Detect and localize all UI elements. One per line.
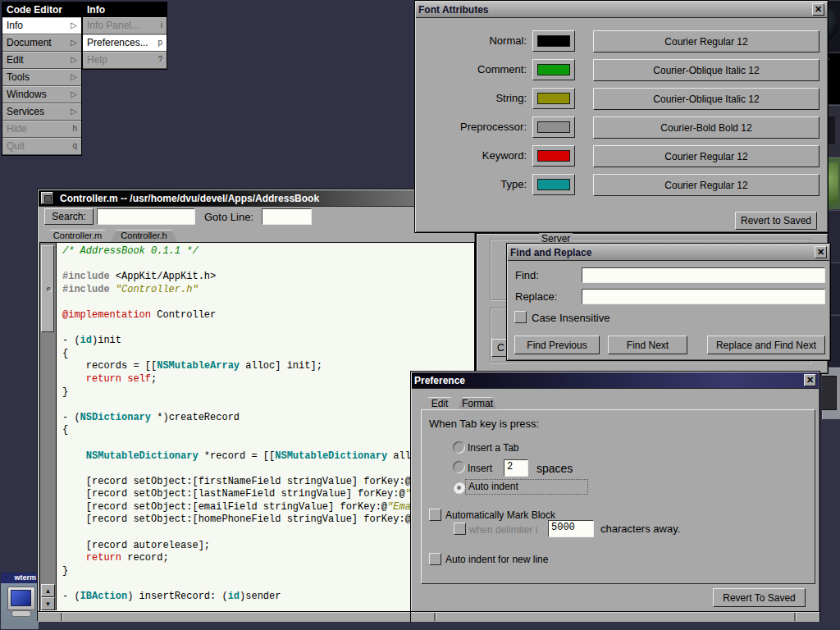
find-replace-title: Find and Replace (510, 247, 591, 258)
code-line (62, 258, 474, 272)
menu-item-quit[interactable]: Quitq (2, 138, 81, 155)
menu-item-services[interactable]: Services▷ (2, 103, 81, 121)
search-input[interactable] (97, 208, 195, 225)
submenu-items: Info Panel...iPreferences...pHelp? (83, 17, 167, 69)
menu-item-info[interactable]: Info▷ (2, 17, 81, 34)
find-previous-button[interactable]: Find Previous (514, 336, 600, 354)
font-select-button[interactable]: Courier-Oblique Italic 12 (593, 59, 819, 81)
shortcut-key: h (72, 121, 77, 137)
replace-and-find-next-button[interactable]: Replace and Find Next (707, 336, 825, 354)
color-swatch-button[interactable] (532, 116, 575, 138)
font-select-button[interactable]: Courier-Bold Bold 12 (593, 116, 819, 139)
submenu-title: Info (83, 2, 167, 17)
dock-tile-7[interactable] (822, 368, 840, 419)
delimiter-count-input[interactable]: 5000 (548, 520, 594, 537)
miniwindow-wterm[interactable]: wterm (0, 572, 39, 630)
find-replace-window: Find and Replace ✕ Find: Replace: Case I… (506, 243, 831, 361)
vertical-scrollbar[interactable]: ▲ ▼ (40, 243, 57, 610)
menu-item-windows[interactable]: Windows▷ (2, 86, 81, 103)
scroll-up-arrow[interactable]: ▲ (41, 584, 55, 597)
attr-label: Keyword: (415, 149, 527, 162)
auto-indent-newline-label: Auto indent for new line (445, 554, 548, 565)
code-line: #include "Controller.h" (62, 284, 474, 297)
shortcut-key: i (161, 18, 162, 34)
submenu-arrow-icon: ▷ (71, 70, 77, 85)
font-attributes-window: Font Attributes ✕ Normal:Courier Regular… (414, 0, 829, 233)
menu-item-tools[interactable]: Tools▷ (2, 69, 81, 86)
scroll-down-arrow[interactable]: ▼ (41, 597, 55, 610)
replace-input[interactable] (582, 289, 825, 304)
menu-item-info-panel[interactable]: Info Panel...i (83, 17, 167, 34)
mark-block-checkbox[interactable] (429, 509, 441, 521)
radio-insert-spaces-label: Insert (468, 463, 492, 474)
find-next-button[interactable]: Find Next (608, 336, 687, 354)
color-swatch (537, 179, 570, 190)
attr-label: String: (415, 92, 527, 104)
radio-insert-tab[interactable] (453, 441, 465, 454)
code-line (62, 296, 474, 309)
menu-item-help[interactable]: Help? (83, 52, 167, 69)
revert-to-saved-button[interactable]: Revert to Saved (735, 212, 817, 230)
close-icon[interactable]: ✕ (804, 374, 816, 386)
tab-format[interactable]: Format (457, 397, 498, 410)
goto-line-input[interactable] (262, 208, 312, 225)
radio-insert-tab-label: Insert a Tab (468, 442, 518, 454)
radio-auto-indent-label[interactable]: Auto indent (465, 479, 588, 495)
color-swatch (537, 64, 570, 75)
shortcut-key: q (72, 139, 77, 154)
menu-item-document[interactable]: Document▷ (2, 34, 81, 52)
color-swatch-button[interactable] (532, 59, 575, 80)
font-attr-row-normal: Normal:Courier Regular 12 (415, 30, 828, 53)
menu-item-preferences[interactable]: Preferences...p (83, 34, 167, 52)
attr-label: Comment: (415, 63, 527, 75)
font-attribute-rows: Normal:Courier Regular 12Comment:Courier… (415, 1, 828, 232)
case-insensitive-checkbox[interactable] (514, 311, 527, 323)
font-select-button[interactable]: Courier Regular 12 (593, 174, 819, 196)
color-swatch (537, 121, 570, 133)
search-button[interactable]: Search: (44, 208, 94, 225)
code-line: - (id)init (62, 335, 474, 348)
miniwindow-label: wterm (1, 573, 39, 583)
revert-to-saved-button[interactable]: Revert To Saved (713, 588, 806, 607)
shortcut-key: ? (158, 52, 162, 68)
auto-indent-newline-checkbox[interactable] (429, 553, 441, 565)
editor-titlebar[interactable]: Controller.m -- /usr/home/dvu/devel/Apps… (39, 190, 474, 207)
spaces-count-input[interactable]: 2 (504, 459, 528, 477)
font-select-button[interactable]: Courier-Oblique Italic 12 (593, 88, 819, 110)
find-replace-titlebar[interactable]: Find and Replace ✕ (508, 244, 829, 261)
mark-block-label: Automatically Mark Block (445, 509, 555, 521)
attr-label: Preprocessor: (415, 121, 527, 133)
find-input[interactable] (582, 267, 825, 283)
color-swatch-button[interactable] (532, 30, 575, 52)
menu-item-edit[interactable]: Edit▷ (2, 52, 81, 69)
terminal-monitor-icon (7, 587, 35, 610)
menu-items: Info▷Document▷Edit▷Tools▷Windows▷Service… (2, 17, 81, 155)
submenu-arrow-icon: ▷ (71, 18, 77, 34)
preference-resize-bar[interactable] (411, 611, 819, 622)
code-line: { (62, 348, 474, 361)
menu-item-hide[interactable]: Hideh (2, 121, 81, 138)
color-swatch-button[interactable] (532, 88, 575, 109)
delimiter-checkbox[interactable] (454, 523, 466, 535)
color-swatch-button[interactable] (532, 145, 575, 167)
radio-insert-spaces[interactable] (453, 461, 465, 473)
radio-auto-indent[interactable] (453, 482, 465, 494)
color-swatch-button[interactable] (532, 174, 575, 195)
tab-controller-m[interactable]: Controller.m (44, 230, 111, 242)
font-select-button[interactable]: Courier Regular 12 (593, 145, 819, 167)
close-icon[interactable]: ✕ (815, 246, 827, 258)
tab-edit[interactable]: Edit (422, 397, 457, 410)
delimiter-suffix-label: characters away. (600, 523, 680, 535)
font-attr-row-preprocessor: Preprocessor:Courier-Bold Bold 12 (415, 116, 828, 139)
tab-key-section-label: When Tab key is press: (429, 418, 539, 430)
scrollbar-knob[interactable] (41, 245, 54, 332)
preference-titlebar[interactable]: Preference ✕ (412, 372, 819, 389)
miniaturize-button[interactable] (41, 192, 53, 204)
replace-label: Replace: (515, 290, 557, 303)
case-insensitive-label: Case Insensitive (532, 312, 609, 324)
delimiter-label: when delimiter i (469, 524, 537, 536)
code-line: #include <AppKit/AppKit.h> (62, 271, 474, 284)
font-select-button[interactable]: Courier Regular 12 (593, 30, 819, 52)
font-attr-row-type: Type:Courier Regular 12 (415, 174, 828, 197)
tab-controller-h[interactable]: Controller.h (111, 230, 177, 242)
